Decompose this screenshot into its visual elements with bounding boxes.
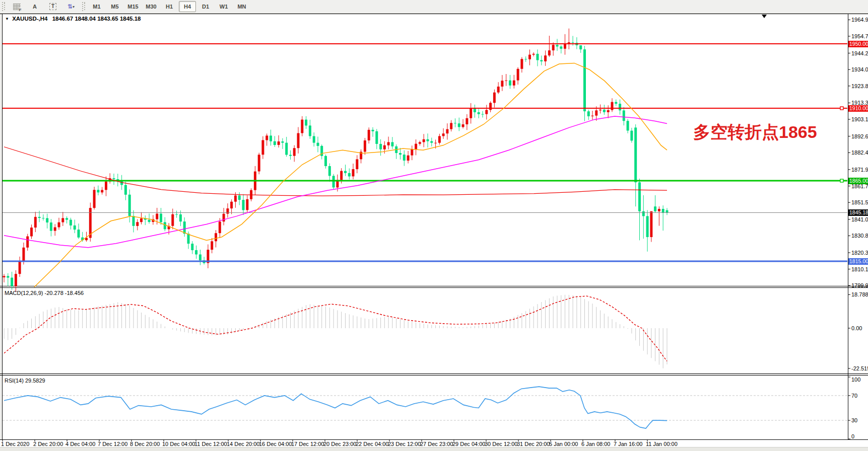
ma-slow-line bbox=[4, 147, 667, 196]
rsi-tick-label: 0 bbox=[851, 433, 854, 439]
price-tick-label: 1934.00 bbox=[851, 66, 868, 72]
time-tick-label: 7 Jan 16:00 bbox=[614, 441, 643, 447]
time-tick-label: 20 Dec 23:00 bbox=[323, 441, 356, 447]
price-tick-label: 1882.40 bbox=[851, 149, 868, 156]
rsi-indicator-label: RSI(14) 29.5829 bbox=[5, 378, 45, 384]
price-tick-label: 1830.80 bbox=[851, 233, 868, 239]
price-tick-label: 1871.90 bbox=[851, 167, 868, 173]
price-badge: 1815.00 bbox=[848, 258, 868, 265]
price-tick-label: 1903.10 bbox=[851, 116, 868, 122]
price-tick-label: 1964.90 bbox=[851, 17, 868, 23]
status-strip bbox=[0, 447, 868, 451]
time-tick-label: 16 Dec 04:00 bbox=[259, 441, 292, 447]
price-tick-label: 1841.00 bbox=[851, 216, 868, 222]
macd-indicator-label: MACD(12,26,9) -20.278 -18.456 bbox=[5, 290, 84, 296]
line-handle bbox=[840, 179, 843, 182]
time-tick-label: 10 Dec 04:00 bbox=[162, 441, 195, 447]
price-tick-label: 1851.50 bbox=[851, 199, 868, 205]
time-tick-label: 11 Dec 12:00 bbox=[194, 441, 227, 447]
price-badge: 1865.00 bbox=[848, 178, 868, 184]
price-tick-label: 1892.60 bbox=[851, 133, 868, 139]
price-badge: 1950.00 bbox=[848, 41, 868, 47]
quote-values: 1846.67 1848.04 1843.65 1845.18 bbox=[52, 16, 141, 22]
price-tick-label: 1799.90 bbox=[851, 282, 868, 288]
line-handle bbox=[840, 107, 843, 110]
time-tick-label: 1 Dec 2020 bbox=[1, 441, 29, 447]
autoscroll-icon[interactable] bbox=[762, 15, 767, 18]
price-badge: 1845.18 bbox=[848, 209, 868, 216]
price-tick-label: 1820.30 bbox=[851, 250, 868, 256]
symbol-label: XAUUSD-,H4 bbox=[12, 16, 47, 22]
chart-canvas[interactable] bbox=[0, 0, 868, 451]
price-tick-label: 1810.10 bbox=[851, 266, 868, 272]
time-tick-label: 6 Jan 08:00 bbox=[581, 441, 611, 447]
time-tick-label: 7 Dec 12:00 bbox=[98, 441, 127, 447]
time-tick-label: 23 Dec 12:00 bbox=[388, 441, 421, 447]
price-tick-label: 1954.70 bbox=[851, 33, 868, 39]
time-tick-label: 29 Dec 04:00 bbox=[452, 441, 485, 447]
time-tick-label: 31 Dec 20:00 bbox=[517, 441, 550, 447]
time-tick-label: 11 Jan 00:00 bbox=[646, 441, 678, 447]
price-tick-label: 1923.80 bbox=[851, 83, 868, 89]
time-tick-label: 22 Dec 04:00 bbox=[356, 441, 388, 447]
macd-signal-line bbox=[4, 296, 667, 361]
time-tick-label: 8 Dec 20:00 bbox=[130, 441, 160, 447]
ma-mid-line bbox=[4, 116, 667, 248]
rsi-tick-label: 70 bbox=[851, 393, 857, 399]
rsi-tick-label: 100 bbox=[851, 377, 860, 383]
chart-title: ▼ XAUUSD-,H4 1846.67 1848.04 1843.65 184… bbox=[5, 16, 141, 22]
ma-fast-line bbox=[34, 63, 667, 287]
time-tick-label: 4 Dec 04:00 bbox=[65, 441, 95, 447]
price-tick-label: 1944.20 bbox=[851, 50, 868, 56]
annotation-text[interactable]: 多空转折点1865 bbox=[693, 121, 817, 144]
macd-tick-label: 0.00 bbox=[851, 325, 862, 331]
macd-tick-label: -22.515 bbox=[851, 365, 868, 371]
rsi-line bbox=[4, 387, 667, 428]
time-tick-label: 17 Dec 12:00 bbox=[291, 441, 324, 447]
time-tick-label: 2 Dec 20:00 bbox=[33, 441, 63, 447]
price-badge: 1910.00 bbox=[848, 105, 868, 112]
symbol-dropdown-icon[interactable]: ▼ bbox=[5, 17, 9, 21]
time-tick-label: 27 Dec 23:00 bbox=[420, 441, 453, 447]
macd-tick-label: 18.788 bbox=[851, 291, 868, 297]
time-tick-label: 30 Dec 12:00 bbox=[485, 441, 517, 447]
time-tick-label: 5 Jan 00:00 bbox=[549, 441, 578, 447]
time-tick-label: 14 Dec 20:00 bbox=[227, 441, 259, 447]
rsi-tick-label: 30 bbox=[851, 417, 857, 423]
